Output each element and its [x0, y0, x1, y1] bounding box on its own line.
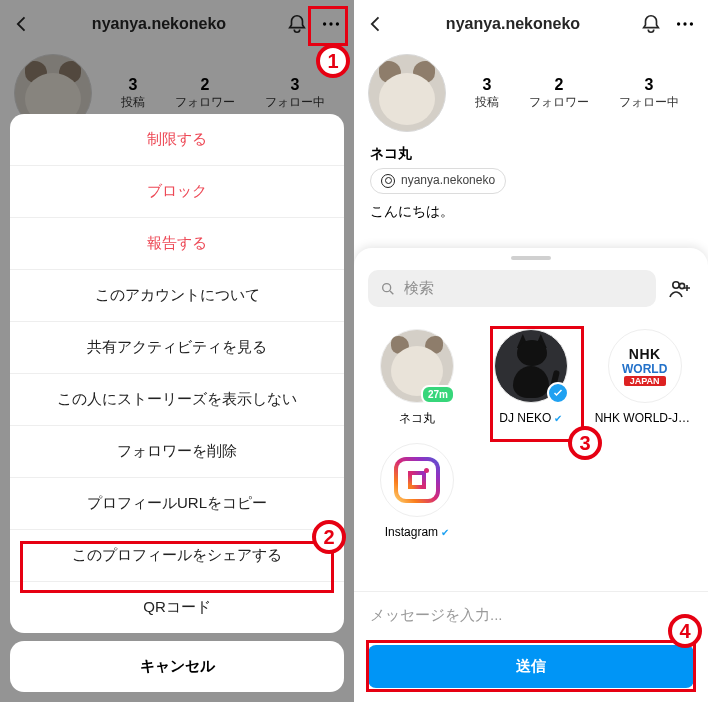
svg-point-3: [677, 22, 680, 25]
recipient-nekomaru[interactable]: 27m ネコ丸: [360, 323, 474, 437]
annotation-badge-3: 3: [568, 426, 602, 460]
verified-icon: ✔: [441, 527, 449, 538]
display-name: ネコ丸: [370, 142, 692, 164]
stat-following[interactable]: 3フォロー中: [619, 76, 679, 111]
share-search-row: 検索: [354, 270, 708, 317]
svg-point-4: [683, 22, 686, 25]
recipient-instagram[interactable]: Instagram✔: [360, 437, 474, 551]
svg-point-7: [673, 281, 679, 287]
search-icon: [380, 281, 396, 297]
share-search-input[interactable]: 検索: [368, 270, 656, 307]
annotation-badge-1: 1: [316, 44, 350, 78]
bio-text: こんにちは。: [370, 200, 692, 222]
threads-handle: nyanya.nekoneko: [401, 171, 495, 190]
recipient-label: NHK WORLD-JAPAN...✔: [595, 411, 695, 425]
recipient-nhk[interactable]: NHKWORLDJAPAN NHK WORLD-JAPAN...✔: [588, 323, 702, 437]
annotation-box-4: [366, 640, 696, 692]
stat-posts[interactable]: 3投稿: [475, 76, 499, 111]
message-input[interactable]: メッセージを入力...: [354, 591, 708, 639]
profile-bio: ネコ丸 nyanya.nekoneko こんにちは。: [354, 142, 708, 222]
more-options-button[interactable]: [670, 13, 700, 35]
menu-block[interactable]: ブロック: [10, 165, 344, 217]
recipient-avatar: 27m: [380, 329, 454, 403]
profile-stats: 3投稿 2フォロワー 3フォロー中: [460, 76, 694, 111]
profile-header: nyanya.nekoneko: [354, 0, 708, 48]
recipient-label: ネコ丸: [399, 411, 435, 425]
activity-badge: 27m: [421, 385, 455, 404]
recipient-avatar: NHKWORLDJAPAN: [608, 329, 682, 403]
right-panel: nyanya.nekoneko 3投稿 2フォロワー 3フォロー中 ネコ丸 ny…: [354, 0, 708, 702]
profile-summary: 3投稿 2フォロワー 3フォロー中: [354, 48, 708, 142]
avatar[interactable]: [368, 54, 446, 132]
add-people-icon: [668, 277, 692, 301]
menu-hide-story[interactable]: この人にストーリーズを表示しない: [10, 373, 344, 425]
profile-username: nyanya.nekoneko: [394, 15, 632, 33]
annotation-badge-2: 2: [312, 520, 346, 554]
annotation-box-1: [308, 6, 348, 46]
menu-about-account[interactable]: このアカウントについて: [10, 269, 344, 321]
annotation-box-2: [20, 541, 334, 593]
chevron-left-icon: [366, 14, 386, 34]
action-sheet: 制限する ブロック 報告する このアカウントについて 共有アクティビティを見る …: [10, 114, 344, 692]
menu-shared-activity[interactable]: 共有アクティビティを見る: [10, 321, 344, 373]
annotation-box-3: [490, 326, 584, 442]
menu-cancel[interactable]: キャンセル: [10, 641, 344, 692]
stat-followers[interactable]: 2フォロワー: [529, 76, 589, 111]
svg-point-5: [690, 22, 693, 25]
bell-icon: [640, 13, 662, 35]
menu-remove-follower[interactable]: フォロワーを削除: [10, 425, 344, 477]
sheet-grabber[interactable]: [511, 256, 551, 260]
back-button[interactable]: [362, 14, 390, 34]
menu-report[interactable]: 報告する: [10, 217, 344, 269]
notifications-button[interactable]: [636, 13, 666, 35]
menu-restrict[interactable]: 制限する: [10, 114, 344, 165]
svg-point-8: [679, 283, 684, 288]
recipient-avatar: [380, 443, 454, 517]
threads-icon: [381, 174, 395, 188]
ellipsis-icon: [674, 13, 696, 35]
annotation-badge-4: 4: [668, 614, 702, 648]
share-search-placeholder: 検索: [404, 279, 434, 298]
share-sheet: 検索 27m ネコ丸 DJ NEKO✔ NHKWORLDJAPA: [354, 248, 708, 702]
threads-link[interactable]: nyanya.nekoneko: [370, 168, 506, 193]
svg-point-6: [383, 283, 391, 291]
menu-copy-url[interactable]: プロフィールURLをコピー: [10, 477, 344, 529]
add-people-button[interactable]: [666, 277, 694, 301]
recipient-label: Instagram✔: [385, 525, 449, 539]
left-panel: nyanya.nekoneko 3投稿 2フォロワー 3フォロー中 制限する ブ…: [0, 0, 354, 702]
instagram-icon: [394, 457, 440, 503]
